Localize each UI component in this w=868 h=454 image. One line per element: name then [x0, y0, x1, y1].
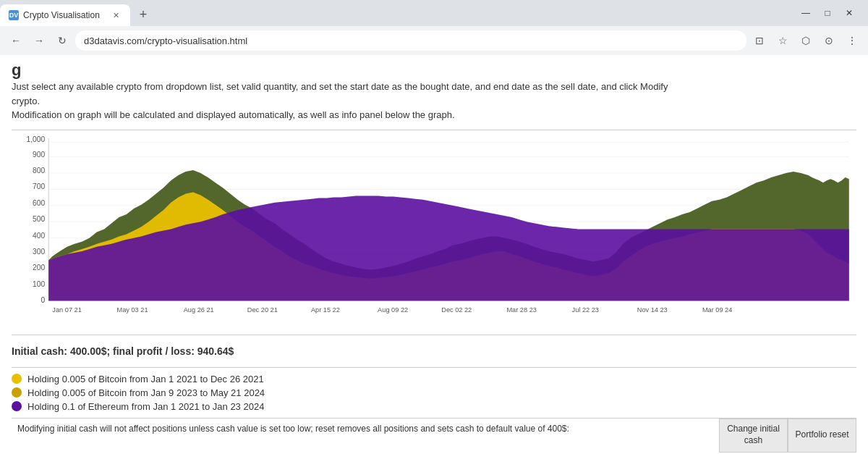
holding-text-3: Holding 0.1 of Ethereum from Jan 1 2021 … — [27, 401, 264, 412]
color-dot-3 — [12, 401, 22, 411]
svg-text:200: 200 — [33, 264, 45, 272]
close-button[interactable]: ✕ — [839, 6, 859, 20]
svg-text:400: 400 — [33, 231, 45, 239]
svg-text:100: 100 — [33, 279, 45, 287]
browser-controls: ← → ↻ ⊡ ☆ ⬡ ⊙ ⋮ — [0, 26, 868, 55]
cast-icon[interactable]: ⊡ — [749, 30, 770, 51]
portfolio-reset-button[interactable]: Portfolio reset — [788, 419, 856, 453]
holdings-list: Holding 0.005 of Bitcoin from Jan 1 2021… — [12, 374, 856, 412]
bottom-bar: Modifying initial cash will not affect p… — [12, 418, 856, 453]
active-tab[interactable]: DV Crypto Visualisation ✕ — [0, 4, 130, 26]
svg-text:Dec 02 22: Dec 02 22 — [441, 306, 472, 313]
info-panel: Initial cash: 400.00$; final profit / lo… — [12, 340, 856, 363]
info-text: Initial cash: 400.00$; final profit / lo… — [12, 345, 234, 357]
chart-svg: 0 100 200 300 400 500 600 700 800 900 1,… — [12, 135, 856, 330]
svg-text:500: 500 — [33, 215, 45, 223]
new-tab-button[interactable]: + — [133, 4, 153, 25]
tab-bar: DV Crypto Visualisation ✕ + — [0, 0, 868, 26]
list-item: Holding 0.005 of Bitcoin from Jan 1 2021… — [12, 374, 856, 384]
svg-text:Dec 20 21: Dec 20 21 — [247, 306, 278, 313]
bottom-buttons: Change initial cash Portfolio reset — [719, 419, 856, 453]
page-description: Just select any available crypto from dr… — [12, 80, 856, 122]
svg-text:May 03 21: May 03 21 — [116, 306, 148, 313]
change-initial-cash-button[interactable]: Change initial cash — [719, 419, 788, 453]
address-bar[interactable] — [75, 30, 746, 51]
color-dot-2 — [12, 387, 22, 398]
svg-text:Aug 26 21: Aug 26 21 — [184, 306, 214, 313]
chart-container: 0 100 200 300 400 500 600 700 800 900 1,… — [12, 135, 856, 330]
description-line3: Modification on graph will be calculated… — [12, 109, 455, 120]
svg-text:Apr 15 22: Apr 15 22 — [311, 306, 340, 313]
svg-text:Aug 09 22: Aug 09 22 — [378, 306, 408, 313]
svg-text:800: 800 — [33, 167, 45, 175]
bookmark-icon[interactable]: ☆ — [773, 30, 793, 51]
svg-text:600: 600 — [33, 198, 45, 206]
minimize-button[interactable]: — — [796, 6, 816, 20]
page-title-partial: g — [12, 61, 856, 80]
list-item: Holding 0.005 of Bitcoin from Jan 9 2023… — [12, 387, 856, 398]
svg-text:Jul 22 23: Jul 22 23 — [572, 306, 599, 313]
separator-2 — [12, 335, 856, 335]
menu-icon[interactable]: ⋮ — [842, 30, 862, 51]
svg-text:1,000: 1,000 — [26, 135, 45, 143]
tab-close-icon[interactable]: ✕ — [110, 9, 122, 21]
tab-favicon: DV — [9, 10, 19, 20]
svg-text:300: 300 — [33, 248, 45, 256]
tab-title: Crypto Visualisation — [23, 10, 106, 20]
toolbar-icons: ⊡ ☆ ⬡ ⊙ ⋮ — [749, 30, 862, 51]
list-item: Holding 0.1 of Ethereum from Jan 1 2021 … — [12, 401, 856, 412]
separator-1 — [12, 130, 856, 130]
svg-text:900: 900 — [33, 150, 45, 158]
holding-text-2: Holding 0.005 of Bitcoin from Jan 9 2023… — [27, 387, 265, 398]
forward-button[interactable]: → — [29, 30, 49, 51]
profile-icon[interactable]: ⊙ — [819, 30, 839, 51]
extension-icon[interactable]: ⬡ — [796, 30, 816, 51]
maximize-button[interactable]: □ — [817, 6, 838, 20]
description-line2: crypto. — [12, 96, 40, 106]
bottom-warning-text: Modifying initial cash will not affect p… — [12, 419, 719, 453]
page-content: g Just select any available crypto from … — [0, 55, 868, 454]
color-dot-1 — [12, 374, 22, 384]
holding-text-1: Holding 0.005 of Bitcoin from Jan 1 2021… — [27, 374, 264, 384]
svg-text:0: 0 — [41, 296, 45, 304]
svg-text:Jan 07 21: Jan 07 21 — [52, 306, 81, 313]
separator-3 — [12, 367, 856, 368]
svg-text:Nov 14 23: Nov 14 23 — [637, 306, 668, 313]
svg-text:Mar 09 24: Mar 09 24 — [702, 306, 732, 313]
back-button[interactable]: ← — [6, 30, 26, 51]
svg-text:Mar 28 23: Mar 28 23 — [506, 306, 536, 313]
svg-text:700: 700 — [33, 182, 45, 190]
description-line1: Just select any available crypto from dr… — [12, 81, 668, 92]
refresh-button[interactable]: ↻ — [52, 30, 72, 51]
